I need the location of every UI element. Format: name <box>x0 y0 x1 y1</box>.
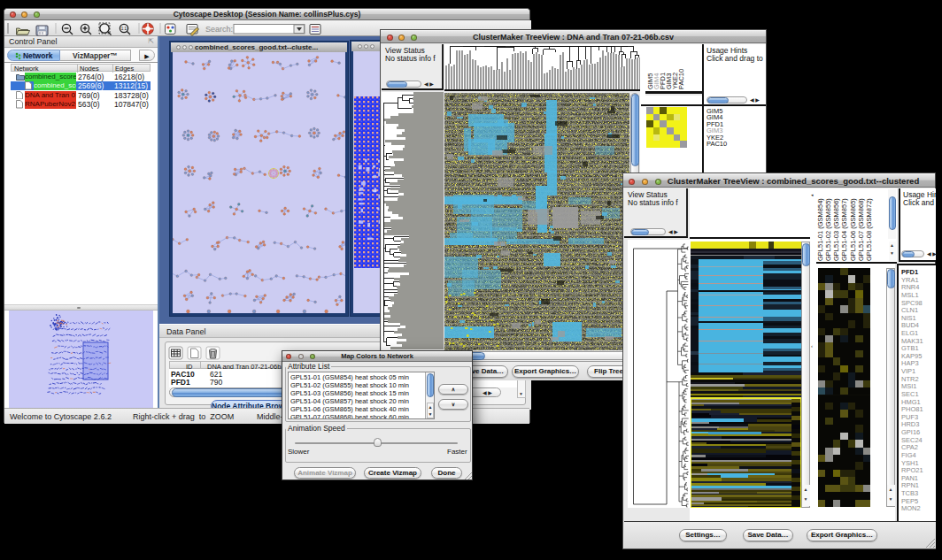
svg-text:1:1: 1:1 <box>121 27 127 31</box>
svg-text:Search:: Search: <box>205 25 233 34</box>
